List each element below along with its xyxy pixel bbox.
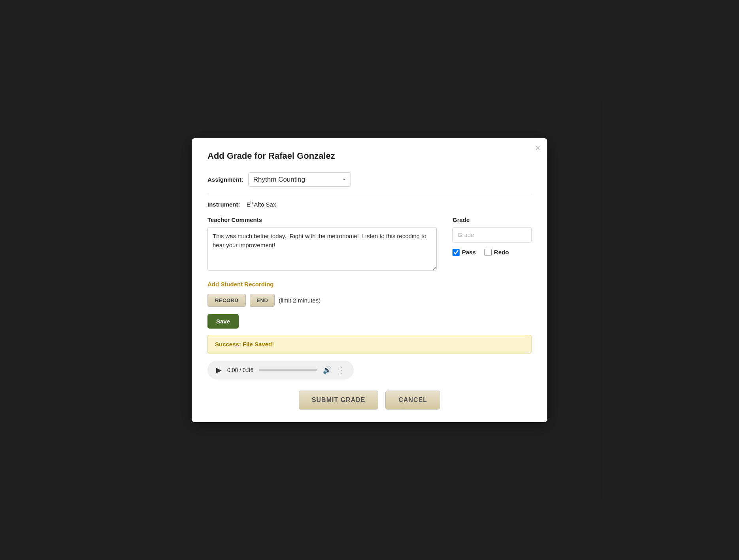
progress-bar[interactable] [259,369,317,371]
assignment-label: Assignment: [207,176,243,183]
save-button[interactable]: Save [207,314,239,329]
assignment-row: Assignment: Rhythm Counting [207,172,532,187]
instrument-label: Instrument: [207,201,240,208]
checkbox-row: Pass Redo [452,249,532,256]
end-button[interactable]: END [250,294,275,307]
modal-overlay: × Add Grade for Rafael Gonzalez Assignme… [0,0,739,560]
comments-textarea[interactable]: This was much better today. Right with t… [207,227,437,271]
assignment-select[interactable]: Rhythm Counting [248,172,351,187]
comments-label: Teacher Comments [207,216,437,223]
record-controls: RECORD END (limit 2 minutes) [207,294,532,307]
grade-column: Grade Pass Redo [452,216,532,272]
close-button[interactable]: × [535,144,540,152]
limit-text: (limit 2 minutes) [279,297,320,304]
record-button[interactable]: RECORD [207,294,246,307]
time-display: 0:00 / 0:36 [227,367,253,373]
more-options-icon[interactable]: ⋮ [337,365,345,375]
pass-checkbox-item[interactable]: Pass [452,249,476,256]
instrument-value: Eb Alto Sax [247,201,276,208]
instrument-row: Instrument: Eb Alto Sax [207,201,532,208]
audio-player: ▶ 0:00 / 0:36 🔊 ⋮ [207,361,354,380]
redo-checkbox-item[interactable]: Redo [484,249,509,256]
add-recording-label[interactable]: Add Student Recording [207,281,532,288]
pass-label: Pass [462,249,476,256]
two-column-section: Teacher Comments This was much better to… [207,216,532,272]
comments-column: Teacher Comments This was much better to… [207,216,437,272]
pass-checkbox[interactable] [452,249,460,256]
modal-title: Add Grade for Rafael Gonzalez [207,151,532,161]
modal-dialog: × Add Grade for Rafael Gonzalez Assignme… [192,138,547,422]
divider [207,194,532,194]
redo-checkbox[interactable] [484,249,492,256]
submit-grade-button[interactable]: SUBMIT GRADE [299,391,379,410]
modal-actions: SUBMIT GRADE CANCEL [207,391,532,410]
redo-label: Redo [494,249,509,256]
grade-input[interactable] [452,227,532,242]
grade-label: Grade [452,216,532,223]
volume-icon[interactable]: 🔊 [323,366,332,374]
success-banner: Success: File Saved! [207,335,532,353]
play-button[interactable]: ▶ [216,366,222,374]
cancel-button[interactable]: CANCEL [385,391,440,410]
